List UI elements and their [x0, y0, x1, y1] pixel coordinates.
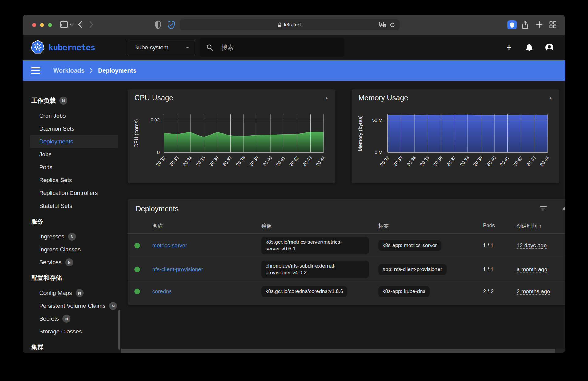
label-chip: app: nfs-client-provisioner — [378, 264, 447, 275]
search-box[interactable] — [200, 38, 344, 57]
sidebar-nav: 工作负载NCron JobsDaemon SetsDeploymentsJobs… — [23, 81, 121, 353]
sidebar-item-label: Jobs — [39, 151, 51, 158]
notifications-bell-icon[interactable] — [524, 43, 534, 52]
svg-text:0 Mi: 0 Mi — [375, 150, 383, 155]
search-input[interactable] — [221, 44, 338, 51]
deployments-card: Deployments 名称 镜像 标签 Pods 创建 — [128, 199, 565, 305]
namespace-value: kube-system — [135, 44, 168, 51]
create-resource-button[interactable]: + — [504, 43, 514, 52]
breadcrumb-parent-link[interactable]: Workloads — [53, 67, 85, 74]
sidebar-item-label: Ingresses — [39, 233, 64, 240]
sidebar-section-3: 集群 — [23, 341, 121, 353]
back-icon[interactable] — [78, 21, 82, 28]
svg-text:20:39: 20:39 — [472, 155, 484, 167]
column-image[interactable]: 镜像 — [261, 223, 272, 230]
svg-text:A: A — [381, 23, 383, 26]
shield-check-extension-icon[interactable] — [167, 20, 175, 29]
sidebar-item-label: Config Maps — [39, 290, 72, 296]
svg-text:0: 0 — [157, 150, 160, 155]
image-chip: k8s.gcr.io/metrics-server/metrics-server… — [261, 236, 369, 254]
table-column-headers: 名称 镜像 标签 Pods 创建时间 ↑ — [128, 219, 565, 233]
svg-text:20:39: 20:39 — [248, 155, 260, 167]
label-chip: k8s-app: kube-dns — [378, 286, 430, 297]
tab-overview-icon[interactable] — [549, 21, 556, 28]
sidebar-item-ingress-classes[interactable]: Ingress Classes — [30, 243, 118, 256]
sidebar-item-label: Services — [39, 259, 62, 266]
reload-icon[interactable] — [390, 22, 395, 28]
zoom-window-button[interactable] — [48, 23, 52, 27]
sidebar-section-label: 配置和存储 — [31, 274, 62, 282]
horizontal-scrollbar-track[interactable] — [121, 349, 565, 353]
new-badge: N — [62, 315, 70, 323]
created-time[interactable]: 2 months ago — [517, 288, 550, 295]
sidebar-item-services[interactable]: ServicesN — [30, 256, 118, 269]
sidebar-item-storage-classes[interactable]: Storage Classes — [30, 325, 118, 338]
created-time[interactable]: 12 days ago — [517, 242, 547, 249]
column-labels[interactable]: 标签 — [378, 223, 389, 230]
collapse-icon-clipped[interactable] — [562, 207, 565, 210]
search-icon — [206, 44, 213, 51]
caret-down-icon — [186, 47, 189, 48]
new-tab-icon[interactable] — [536, 21, 543, 28]
label-chip: k8s-app: metrics-server — [378, 240, 441, 251]
column-created[interactable]: 创建时间 ↑ — [517, 223, 541, 230]
sidebar-item-pods[interactable]: Pods — [30, 161, 118, 174]
table-row: metrics-serverk8s.gcr.io/metrics-server/… — [128, 233, 565, 257]
sidebar-item-daemon-sets[interactable]: Daemon Sets — [30, 122, 118, 135]
svg-text:20:33: 20:33 — [392, 155, 404, 167]
memory-usage-chart: 0 Mi50 Mi20:3220:3320:3420:3520:3620:372… — [352, 106, 559, 183]
kubernetes-brand[interactable]: kubernetes — [31, 40, 95, 54]
svg-text:20:32: 20:32 — [379, 155, 390, 167]
share-icon[interactable] — [522, 21, 529, 29]
sidebar-item-label: Persistent Volume Claims — [39, 303, 105, 309]
column-pods[interactable]: Pods — [483, 223, 495, 229]
horizontal-scrollbar-thumb[interactable] — [121, 349, 555, 353]
cpu-card-title: CPU Usage — [134, 93, 173, 102]
password-manager-extension-icon[interactable] — [507, 20, 517, 29]
sidebar-item-deployments[interactable]: Deployments — [30, 135, 118, 148]
forward-icon[interactable] — [89, 21, 94, 28]
namespace-selector[interactable]: kube-system — [127, 40, 195, 55]
account-avatar-icon[interactable] — [545, 43, 554, 52]
privacy-shield-icon[interactable] — [154, 21, 162, 29]
minimize-window-button[interactable] — [40, 23, 44, 27]
browser-toolbar: k8s.test A 文 — [23, 15, 565, 35]
column-name[interactable]: 名称 — [152, 223, 163, 230]
deployment-name-link[interactable]: metrics-server — [152, 242, 187, 249]
collapse-icon[interactable]: ▲ — [325, 96, 329, 100]
deployment-name-link[interactable]: coredns — [152, 288, 172, 295]
deployments-tbody: metrics-serverk8s.gcr.io/metrics-server/… — [128, 233, 565, 301]
sidebar-item-persistent-volume-claims[interactable]: Persistent Volume ClaimsN — [30, 299, 118, 312]
svg-text:20:34: 20:34 — [182, 155, 193, 167]
menu-hamburger-icon[interactable] — [31, 67, 40, 74]
sidebar-item-replication-controllers[interactable]: Replication Controllers — [30, 187, 118, 200]
sidebar-toggle-icon[interactable] — [60, 21, 68, 28]
sidebar-item-secrets[interactable]: SecretsN — [30, 312, 118, 325]
chevron-down-icon[interactable] — [70, 24, 74, 26]
translate-icon[interactable]: A 文 — [379, 22, 387, 28]
app-header: kubernetes kube-system + — [23, 35, 565, 60]
sidebar-item-config-maps[interactable]: Config MapsN — [30, 287, 118, 299]
created-time[interactable]: a month ago — [517, 266, 547, 272]
collapse-icon[interactable]: ▲ — [548, 96, 552, 100]
address-bar[interactable]: k8s.test A 文 — [180, 19, 400, 30]
svg-text:CPU (cores): CPU (cores) — [134, 119, 139, 148]
sidebar-item-replica-sets[interactable]: Replica Sets — [30, 174, 118, 187]
new-badge: N — [65, 258, 73, 266]
svg-text:20:40: 20:40 — [262, 155, 273, 167]
filter-icon[interactable] — [540, 206, 547, 211]
status-running-icon — [134, 243, 140, 248]
sidebar-item-stateful-sets[interactable]: Stateful Sets — [30, 200, 118, 212]
sidebar-item-ingresses[interactable]: IngressesN — [30, 230, 118, 243]
sidebar-scrollbar[interactable] — [118, 310, 120, 350]
cpu-usage-card: CPU Usage ▲ 00.0220:3220:3320:3420:3520:… — [128, 89, 335, 183]
deployment-name-link[interactable]: nfs-client-provisioner — [152, 266, 203, 272]
sidebar-item-jobs[interactable]: Jobs — [30, 148, 118, 161]
svg-text:20:38: 20:38 — [459, 155, 470, 167]
svg-text:文: 文 — [384, 25, 386, 27]
sidebar-item-cron-jobs[interactable]: Cron Jobs — [30, 109, 118, 122]
image-chip: k8s.gcr.io/coredns/coredns:v1.8.6 — [261, 286, 347, 297]
lock-icon — [278, 22, 282, 27]
svg-text:0.02: 0.02 — [151, 117, 160, 122]
close-window-button[interactable] — [32, 23, 36, 27]
